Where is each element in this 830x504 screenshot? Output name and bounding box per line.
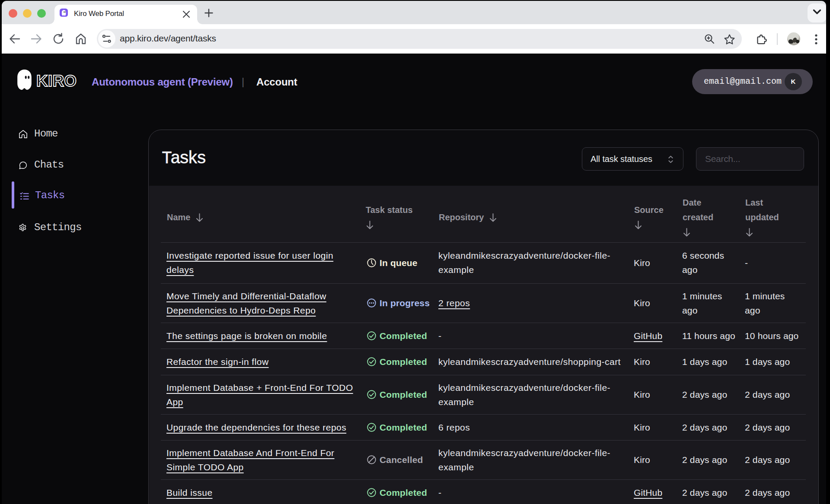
- svg-text:KIRO: KIRO: [36, 73, 77, 89]
